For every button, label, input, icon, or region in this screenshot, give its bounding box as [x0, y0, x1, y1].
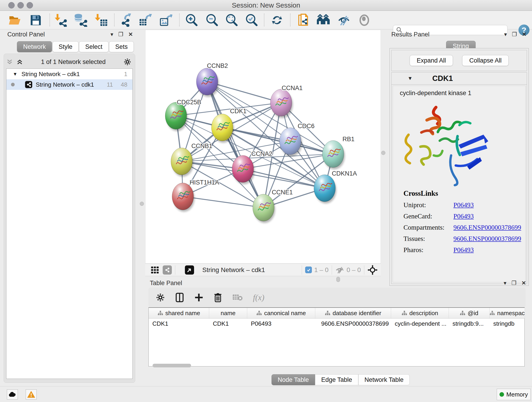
toolbar-separator — [264, 13, 264, 26]
table-settings-gear-icon[interactable] — [156, 293, 165, 302]
export-network-icon[interactable] — [119, 13, 133, 27]
export-table-icon[interactable] — [138, 13, 152, 27]
tab-network[interactable]: Network — [17, 41, 52, 52]
delete-table-icon[interactable] — [232, 293, 243, 302]
cytoscape-window: { "window": { "title": "Session: New Ses… — [0, 0, 532, 402]
table-cell[interactable]: CDK1 — [149, 319, 209, 329]
table-cell[interactable]: cyclin-dependent ... — [391, 319, 449, 329]
gear-icon[interactable] — [123, 58, 131, 66]
share-network-icon[interactable] — [163, 265, 172, 274]
table-cell[interactable]: stringdb:9... — [449, 319, 490, 329]
panel-menu-icon[interactable]: ▾ — [504, 280, 506, 286]
tab-node-table[interactable]: Node Table — [272, 374, 315, 385]
crosslink-link[interactable]: P06493 — [453, 212, 474, 220]
cloud-icon[interactable] — [7, 389, 18, 400]
column-header-shared-name[interactable]: shared name — [149, 308, 209, 318]
apply-preferred-layout-icon[interactable] — [270, 13, 284, 27]
table-header-row: shared namenamecanonical namedatabase id… — [149, 308, 525, 319]
panel-menu-icon[interactable]: ▾ — [110, 32, 113, 37]
main-toolbar: ? — [0, 11, 532, 29]
zoom-fit-icon[interactable] — [224, 13, 239, 27]
pan-crosshair-icon[interactable] — [367, 265, 378, 275]
save-session-icon[interactable] — [28, 13, 43, 27]
column-header-canonical-name[interactable]: canonical name — [247, 308, 315, 318]
crosslink-label: Compartments: — [404, 224, 453, 231]
crosslink-link[interactable]: 9606.ENSP00000378699 — [453, 224, 521, 231]
node-label-HIST1H1A: HIST1H1A — [190, 179, 219, 186]
hide-selected-icon[interactable] — [336, 13, 351, 27]
collapse-all-button[interactable]: Collapse All — [462, 55, 509, 66]
function-builder-icon[interactable]: f(x) — [253, 293, 264, 302]
network-row[interactable]: String Network – cdk1 11 48 — [6, 79, 133, 90]
crosslink-label: Tissues: — [404, 235, 453, 242]
column-header-database-identifier[interactable]: database identifier — [315, 308, 391, 318]
panel-close-icon[interactable]: ✕ — [128, 32, 133, 37]
tab-select[interactable]: Select — [79, 41, 109, 52]
import-network-from-file-icon[interactable] — [54, 13, 69, 27]
panel-float-icon[interactable]: ❐ — [511, 280, 516, 286]
node-label-CCNA2: CCNA2 — [251, 150, 272, 157]
import-network-from-database-icon[interactable] — [73, 13, 88, 27]
collapse-all-icon[interactable] — [6, 58, 13, 65]
crosslink-link[interactable]: P06493 — [453, 201, 474, 209]
panel-menu-icon[interactable]: ▾ — [504, 32, 507, 37]
table-cell[interactable]: stringdb — [490, 319, 525, 329]
warning-icon[interactable] — [26, 389, 37, 400]
network-edge-HIST1H1A-CCNE1[interactable] — [183, 196, 264, 208]
column-label: canonical name — [264, 310, 306, 317]
zoom-out-icon[interactable] — [205, 13, 219, 27]
string-home-icon[interactable] — [316, 13, 331, 27]
zoom-window-icon[interactable] — [27, 2, 33, 8]
tab-edge-table[interactable]: Edge Table — [315, 374, 358, 385]
column-header-description[interactable]: description — [391, 308, 449, 318]
close-window-icon[interactable] — [8, 2, 15, 8]
tab-sets[interactable]: Sets — [109, 41, 134, 52]
export-image-icon[interactable] — [158, 13, 173, 27]
table-horizontal-scrollbar[interactable] — [152, 364, 191, 367]
gene-section-header[interactable]: ▼ CDK1 — [392, 72, 527, 85]
network-canvas[interactable]: CCNB2CCNA1CDC25BCDK1CDC6RB1CCNB1CCNA2CDK… — [145, 30, 381, 264]
table-row[interactable]: CDK1CDK1P064939606.ENSP00000378699cyclin… — [149, 319, 525, 329]
table-cell[interactable]: 9606.ENSP00000378699 — [315, 319, 391, 329]
import-string-network-icon[interactable] — [297, 13, 311, 27]
selected-checkbox-icon[interactable] — [305, 267, 312, 273]
expand-all-button[interactable]: Expand All — [410, 55, 453, 66]
right-splitter-handle[interactable] — [381, 151, 385, 155]
panel-float-icon[interactable]: ❐ — [512, 32, 517, 37]
network-collection-row[interactable]: ▼ String Network – cdk1 1 — [6, 69, 133, 79]
left-splitter-handle[interactable] — [140, 202, 144, 206]
open-session-icon[interactable] — [8, 13, 22, 27]
zoom-in-icon[interactable] — [184, 13, 199, 27]
import-table-from-file-icon[interactable] — [94, 13, 109, 27]
table-cell[interactable]: P06493 — [247, 319, 315, 329]
delete-column-icon[interactable] — [214, 293, 222, 303]
panel-close-icon[interactable]: ✕ — [521, 280, 526, 286]
create-column-icon[interactable] — [194, 293, 203, 302]
tab-style[interactable]: Style — [52, 41, 79, 52]
table-cell[interactable]: CDK1 — [209, 319, 247, 329]
column-type-icon — [158, 310, 163, 316]
panel-close-icon[interactable]: ✕ — [522, 32, 526, 37]
node-count: 11 — [107, 81, 113, 88]
node-label-CCNB2: CCNB2 — [207, 62, 228, 69]
zoom-selected-icon[interactable] — [244, 13, 259, 27]
minimize-window-icon[interactable] — [17, 2, 24, 8]
column-header-namespac[interactable]: namespac — [490, 308, 525, 318]
crosslink-link[interactable]: 9606.ENSP00000378699 — [453, 235, 521, 242]
collapse-triangle-icon[interactable]: ▼ — [13, 71, 17, 77]
expand-all-icon[interactable] — [16, 58, 23, 65]
tab-network-table[interactable]: Network Table — [358, 374, 410, 385]
crosslink-label: Uniprot: — [404, 201, 453, 209]
show-all-icon[interactable] — [357, 13, 372, 27]
crosslink-link[interactable]: P06493 — [453, 246, 474, 254]
show-columns-icon[interactable] — [175, 293, 184, 303]
results-content: ▼ CDK1 cyclin-dependent kinase 1 — [391, 72, 527, 284]
birds-eye-view-icon[interactable] — [185, 265, 194, 274]
toolbar-separator — [332, 265, 332, 274]
panel-float-icon[interactable]: ❐ — [118, 32, 123, 37]
collapse-triangle-icon[interactable]: ▼ — [408, 75, 413, 81]
column-header-name[interactable]: name — [209, 308, 247, 318]
memory-button[interactable]: Memory — [497, 389, 531, 400]
column-header-@id[interactable]: @id — [449, 308, 490, 318]
grid-view-icon[interactable] — [150, 265, 159, 274]
